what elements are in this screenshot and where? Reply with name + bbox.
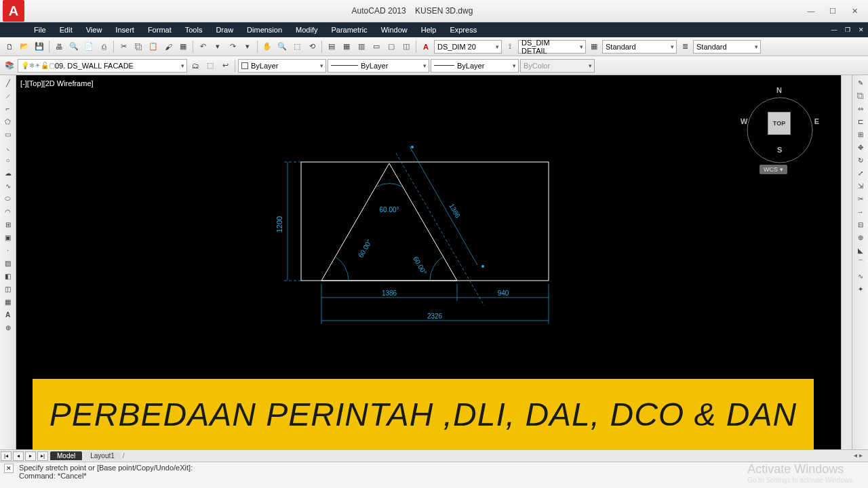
doc-minimize-button[interactable]: — <box>828 25 840 35</box>
paste-icon[interactable]: 📋 <box>146 40 160 54</box>
blend-icon[interactable]: ∿ <box>854 270 867 282</box>
menu-modify[interactable]: Modify <box>289 24 324 36</box>
xline-icon[interactable]: ⟋ <box>1 89 15 102</box>
ref-icon[interactable]: ◫ <box>399 40 413 54</box>
tab-last-icon[interactable]: ▸| <box>37 451 48 461</box>
copy-icon[interactable]: ⿻ <box>132 40 145 54</box>
menu-window[interactable]: Window <box>374 24 414 36</box>
tab-model[interactable]: Model <box>50 451 82 460</box>
open-icon[interactable]: 📂 <box>18 40 31 54</box>
ml-style-dropdown[interactable]: Standard <box>693 40 761 54</box>
menu-draw[interactable]: Draw <box>209 24 240 36</box>
polygon-icon[interactable]: ⬠ <box>1 115 15 127</box>
layer-props-icon[interactable]: 📚 <box>3 59 16 73</box>
table-style-dropdown[interactable]: Standard <box>602 40 677 54</box>
ellipse-icon[interactable]: ⬭ <box>1 192 15 205</box>
minimize-button[interactable]: — <box>800 3 822 19</box>
point-icon[interactable]: · <box>1 244 15 256</box>
text-style-dropdown[interactable]: DS_DIM 20 <box>434 40 502 54</box>
menu-view[interactable]: View <box>79 24 109 36</box>
text-style-icon[interactable]: A <box>419 40 433 54</box>
menu-express[interactable]: Express <box>443 24 484 36</box>
trim-icon[interactable]: ✂ <box>854 192 867 205</box>
gradient-icon[interactable]: ◧ <box>1 270 15 282</box>
vertical-scrollbar[interactable] <box>841 75 852 449</box>
drawing-canvas[interactable]: [-][Top][2D Wireframe] 1200 60.00° 60.00… <box>16 75 841 449</box>
erase-icon[interactable]: ✎ <box>854 77 867 89</box>
table-style-icon[interactable]: ▦ <box>587 40 601 54</box>
ml-style-icon[interactable]: ≣ <box>678 40 692 54</box>
tab-layout1[interactable]: Layout1 <box>83 451 121 460</box>
undo-icon[interactable]: ↶ <box>196 40 210 54</box>
insert-icon[interactable]: ⊞ <box>1 218 15 230</box>
menu-file[interactable]: File <box>27 24 53 36</box>
hatch-icon[interactable]: ▨ <box>1 257 15 269</box>
spline-icon[interactable]: ∿ <box>1 180 15 192</box>
copy-obj-icon[interactable]: ⿻ <box>854 89 867 102</box>
redo-icon[interactable]: ↷ <box>226 40 239 54</box>
offset-icon[interactable]: ⊏ <box>854 115 867 127</box>
chamfer-icon[interactable]: ◣ <box>854 244 867 256</box>
region-icon[interactable]: ◫ <box>1 283 15 295</box>
props-icon[interactable]: ▤ <box>325 40 338 54</box>
mtext-icon[interactable]: A <box>1 308 15 321</box>
pan-icon[interactable]: ✋ <box>260 40 274 54</box>
preview-icon[interactable]: 🔍 <box>67 40 81 54</box>
zoom-prev-icon[interactable]: ⟲ <box>305 40 319 54</box>
menu-dimension[interactable]: Dimension <box>240 24 289 36</box>
scale-icon[interactable]: ⤢ <box>854 167 867 179</box>
menu-help[interactable]: Help <box>414 24 443 36</box>
layer-iso-icon[interactable]: ⬚ <box>203 59 217 73</box>
doc-restore-button[interactable]: ❐ <box>842 25 854 35</box>
layer-dropdown[interactable]: 💡❄☀🔓▢ 09. DS_WALL FACADE <box>18 59 187 73</box>
tab-prev-icon[interactable]: ◂ <box>13 451 24 461</box>
rotate-icon[interactable]: ↻ <box>854 154 867 166</box>
save-icon[interactable]: 💾 <box>33 40 46 54</box>
break-icon[interactable]: ⊟ <box>854 218 867 230</box>
plot-icon[interactable]: ⎙ <box>97 40 111 54</box>
print-icon[interactable]: 🖶 <box>52 40 66 54</box>
tab-next-icon[interactable]: ▸ <box>25 451 36 461</box>
menu-insert[interactable]: Insert <box>108 24 141 36</box>
dim-style-icon[interactable]: ⟟ <box>503 40 517 54</box>
calc-icon[interactable]: ▭ <box>370 40 383 54</box>
line-icon[interactable]: ╱ <box>1 77 15 89</box>
mirror-icon[interactable]: ⇔ <box>854 102 867 115</box>
undo-dropdown-icon[interactable]: ▾ <box>211 40 224 54</box>
rectangle-icon[interactable]: ▭ <box>1 128 15 140</box>
dim-style-dropdown[interactable]: DS_DIM DETAIL <box>518 40 586 54</box>
circle-icon[interactable]: ○ <box>1 154 15 166</box>
menu-edit[interactable]: Edit <box>53 24 79 36</box>
stretch-icon[interactable]: ⇲ <box>854 180 867 192</box>
redo-dropdown-icon[interactable]: ▾ <box>241 40 254 54</box>
doc-close-button[interactable]: ✕ <box>855 25 867 35</box>
revcloud-icon[interactable]: ☁ <box>1 167 15 179</box>
layer-state-icon[interactable]: 🗂 <box>189 59 202 73</box>
viewcube-face[interactable]: TOP <box>768 112 791 135</box>
app-logo[interactable]: A <box>3 0 24 22</box>
tool-palette-icon[interactable]: ▥ <box>355 40 368 54</box>
move-icon[interactable]: ✥ <box>854 141 867 153</box>
array-icon[interactable]: ⊞ <box>854 128 867 140</box>
make-block-icon[interactable]: ▣ <box>1 231 15 243</box>
close-button[interactable]: ✕ <box>844 3 865 19</box>
zoom-window-icon[interactable]: ⬚ <box>290 40 304 54</box>
menu-format[interactable]: Format <box>141 24 178 36</box>
horizontal-scrollbar[interactable]: ◂ ▸ <box>854 451 863 461</box>
plotstyle-dropdown[interactable]: ByColor <box>520 59 595 73</box>
new-icon[interactable]: 🗋 <box>3 40 16 54</box>
polyline-icon[interactable]: ⌐ <box>1 102 15 115</box>
zoom-icon[interactable]: 🔍 <box>275 40 289 54</box>
cmd-close-icon[interactable]: ✕ <box>4 464 14 473</box>
fillet-icon[interactable]: ⌒ <box>854 257 867 269</box>
cut-icon[interactable]: ✂ <box>117 40 130 54</box>
maximize-button[interactable]: ☐ <box>822 3 844 19</box>
linetype-dropdown[interactable]: ByLayer <box>328 59 429 73</box>
match-icon[interactable]: 🖌 <box>161 40 175 54</box>
color-dropdown[interactable]: ByLayer <box>238 59 326 73</box>
explode-icon[interactable]: ✦ <box>854 283 867 295</box>
ellipse-arc-icon[interactable]: ◠ <box>1 205 15 218</box>
sheet-icon[interactable]: ▦ <box>340 40 353 54</box>
publish-icon[interactable]: 📄 <box>82 40 96 54</box>
table-icon[interactable]: ▦ <box>1 296 15 308</box>
